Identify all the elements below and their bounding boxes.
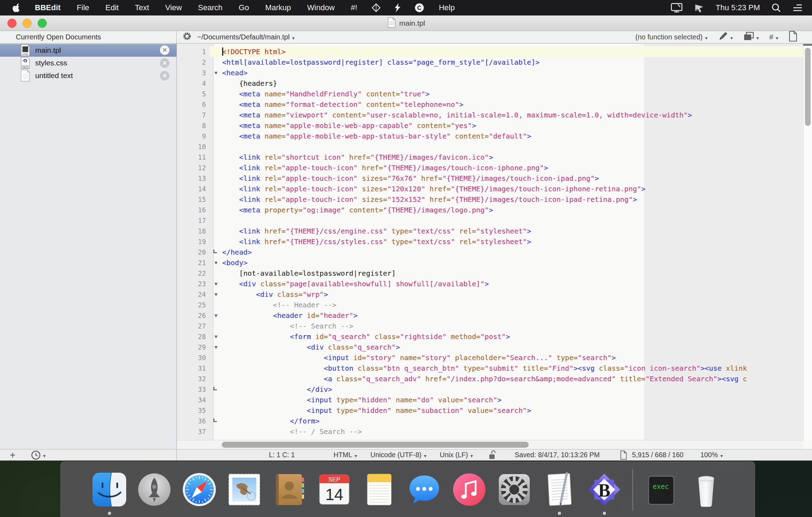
code-line-14[interactable]: 14 <link rel="apple-touch-icon" sizes="1… (177, 184, 803, 194)
messages-icon[interactable] (402, 468, 447, 511)
code-line-32[interactable]: 32 <a class="q_search_adv" href="/index.… (177, 374, 803, 384)
code-line-23[interactable]: 23▼ <div class="page[available=showfull]… (177, 279, 803, 289)
code-line-13[interactable]: 13 <link rel="apple-touch-icon" sizes="7… (177, 173, 803, 184)
code-line-31[interactable]: 31 <button class="btn q_search_btn" type… (177, 363, 803, 374)
sidebar-document-styles-css[interactable]: TEXTstyles.css✕ (0, 57, 176, 69)
line-ending-menu[interactable]: Unix (LF)▾ (440, 451, 473, 459)
new-document-icon[interactable] (789, 31, 797, 43)
code-line-26[interactable]: 26▼ <header id="header"> (177, 310, 803, 321)
fold-collapse-icon[interactable]: ▼ (210, 342, 222, 352)
sidebar-document-main-tpl[interactable]: HTMLmain.tpl✕ (0, 44, 176, 57)
fold-end-icon[interactable] (210, 247, 222, 257)
code-line-34[interactable]: 34 <input type="hidden" name="do" value=… (177, 395, 803, 405)
safari-icon[interactable] (177, 468, 222, 511)
sidebar-document-untitled-text[interactable]: untitled text✕ (0, 69, 176, 82)
code-line-27[interactable]: 27 <!-- Search --> (177, 321, 803, 331)
code-line-5[interactable]: 5 <meta name="HandheldFriendly" content=… (177, 89, 803, 99)
vertical-scrollbar-thumb[interactable] (805, 48, 811, 126)
zoom-menu[interactable]: 100%▾ (700, 451, 723, 459)
menu-item-search[interactable]: Search (190, 0, 231, 15)
code-line-35[interactable]: 35 <input type="hidden" name="subaction"… (177, 405, 803, 416)
menu-item-edit[interactable]: Edit (97, 0, 127, 15)
contacts-icon[interactable] (267, 468, 312, 511)
code-line-28[interactable]: 28▼ <form id="q_search" class="rightside… (177, 331, 803, 342)
fold-collapse-icon[interactable]: ▼ (210, 257, 222, 268)
menu-item-go[interactable]: Go (231, 0, 257, 15)
line-number-menu[interactable]: # ▾ (769, 33, 778, 41)
code-line-30[interactable]: 30 <input id="story" name="story" placeh… (177, 352, 803, 363)
code-line-17[interactable]: 17 (177, 215, 803, 226)
menu-item-view[interactable]: View (157, 0, 190, 15)
notes-icon[interactable] (357, 468, 402, 511)
diamond-icon[interactable] (365, 3, 387, 12)
fold-end-icon[interactable] (210, 384, 222, 395)
code-line-2[interactable]: 2<html[available=lostpassword|register] … (177, 57, 803, 68)
menu-item-file[interactable]: File (69, 0, 97, 15)
textedit-icon[interactable] (537, 468, 582, 511)
menu-item-bbedit[interactable]: BBEdit (27, 0, 69, 15)
code-line-16[interactable]: 16 <meta property="og:image" content="{T… (177, 205, 803, 215)
code-line-37[interactable]: 37 <!-- / Search --> (177, 426, 803, 437)
code-line-19[interactable]: 19 <link href="{THEME}/css/styles.css" t… (177, 236, 803, 247)
spotlight-search-icon[interactable] (766, 3, 787, 13)
fold-collapse-icon[interactable]: ▼ (210, 289, 222, 300)
fold-collapse-icon[interactable]: ▼ (210, 279, 222, 289)
menu-item-thu-5-23-pm[interactable]: Thu 5:23 PM (710, 0, 766, 15)
code-line-7[interactable]: 7 <meta name="viewport" content="user-sc… (177, 110, 803, 120)
launchpad-icon[interactable] (132, 468, 177, 511)
finder-icon[interactable] (87, 468, 132, 511)
remote-pointer-icon[interactable] (688, 2, 710, 13)
code-line-3[interactable]: 3▼<head> (177, 68, 803, 78)
encoding-menu[interactable]: Unicode (UTF-8)▾ (370, 451, 426, 459)
display-mirroring-icon[interactable] (665, 3, 688, 13)
function-selector[interactable]: (no function selected) ▾ (636, 33, 708, 41)
recent-documents-clock-icon[interactable] (31, 450, 41, 460)
fold-collapse-icon[interactable]: ▼ (210, 68, 222, 78)
code-line-4[interactable]: 4 {headers} (177, 78, 803, 89)
menu-item-window[interactable]: Window (299, 0, 343, 15)
script-icon[interactable] (387, 3, 408, 13)
code-line-33[interactable]: 33 </div> (177, 384, 803, 395)
calendar-icon[interactable]: SEP14 (312, 468, 357, 511)
fold-end-icon[interactable] (210, 416, 222, 426)
menu-item-text[interactable]: Text (127, 0, 157, 15)
add-document-button[interactable]: + (10, 450, 15, 460)
code-line-29[interactable]: 29▼ <div class="q_search"> (177, 342, 803, 352)
code-line-1[interactable]: 1<!DOCTYPE html> (177, 46, 803, 57)
code-line-15[interactable]: 15 <link rel="apple-touch-icon" sizes="1… (177, 194, 803, 205)
code-line-21[interactable]: 21▼<body> (177, 257, 803, 268)
clock-dropdown-caret[interactable]: ▾ (43, 453, 46, 459)
trash-icon[interactable] (684, 468, 729, 511)
close-document-icon[interactable]: ✕ (160, 71, 169, 81)
code-line-20[interactable]: 20</head> (177, 247, 803, 257)
vertical-scrollbar[interactable] (803, 46, 812, 440)
code-line-18[interactable]: 18 <link href="{THEME}/css/engine.css" t… (177, 226, 803, 236)
code-line-12[interactable]: 12 <link rel="apple-touch-icon" href="{T… (177, 162, 803, 173)
markers-menu[interactable]: ▾ (718, 31, 733, 43)
bbedit-icon[interactable]: B (582, 468, 627, 511)
code-line-25[interactable]: 25 <!-- Header --> (177, 300, 803, 310)
gear-icon[interactable] (182, 32, 192, 43)
mail-icon[interactable] (222, 468, 267, 511)
apple-icon[interactable] (5, 2, 27, 13)
system-preferences-icon[interactable] (492, 468, 537, 511)
close-document-icon[interactable]: ✕ (160, 45, 169, 55)
code-line-36[interactable]: 36 </form> (177, 416, 803, 426)
close-document-icon[interactable]: ✕ (160, 58, 169, 68)
notification-center-icon[interactable] (787, 3, 808, 12)
file-path[interactable]: ~/Documents/Default/main.tpl (197, 33, 290, 41)
code-line-10[interactable]: 10 (177, 141, 803, 152)
language-menu[interactable]: HTML▾ (334, 451, 357, 459)
code-line-24[interactable]: 24▼ <div class="wrp"> (177, 289, 803, 300)
fold-collapse-icon[interactable]: ▼ (210, 310, 222, 321)
path-dropdown-caret[interactable]: ▾ (292, 35, 295, 41)
code-line-11[interactable]: 11 <link rel="shortcut icon" href="{THEM… (177, 152, 803, 162)
counterparts-menu[interactable]: ▾ (743, 32, 759, 43)
horizontal-scrollbar-thumb[interactable] (222, 442, 529, 448)
menu-item-markup[interactable]: Markup (257, 0, 299, 15)
unlocked-icon[interactable] (489, 450, 496, 460)
c-circle-icon[interactable]: C (408, 3, 431, 13)
code-line-6[interactable]: 6 <meta name="format-detection" content=… (177, 99, 803, 110)
code-line-8[interactable]: 8 <meta name="apple-mobile-web-app-capab… (177, 120, 803, 131)
menu-item-help[interactable]: Help (431, 0, 463, 15)
